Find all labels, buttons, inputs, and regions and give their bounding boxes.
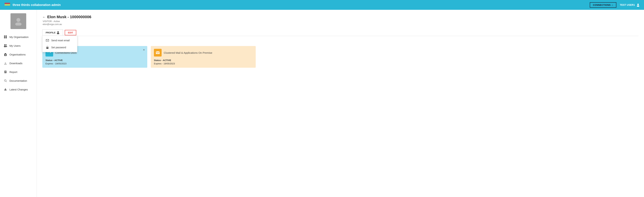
set-password-item[interactable]: Set password bbox=[42, 44, 77, 51]
profile-icon bbox=[56, 31, 60, 34]
topnav-logo: three thirds collaboration admin bbox=[4, 2, 61, 8]
sidebar-item-report[interactable]: Report bbox=[0, 68, 36, 76]
user-label: TEST USER1 bbox=[620, 4, 635, 6]
subscription-card-clustered-mail: Clustered Mail & Applications On Premise… bbox=[151, 46, 256, 68]
topnav-right: CONNECTIONS ⌂ TEST USER1 bbox=[590, 2, 640, 8]
sidebar-item-organisations[interactable]: Organisations bbox=[0, 50, 36, 59]
connections-docs-status: Status - ACTIVE bbox=[46, 59, 144, 62]
svg-point-4 bbox=[637, 6, 639, 7]
tabs-area: PROFILE bbox=[42, 30, 638, 36]
svg-line-25 bbox=[6, 81, 7, 82]
svg-point-6 bbox=[15, 22, 22, 26]
sidebar-avatar bbox=[10, 13, 26, 29]
user-role: VISITOR - Active bbox=[42, 20, 638, 22]
svg-point-28 bbox=[57, 31, 59, 33]
send-reset-email-label: Send reset email bbox=[51, 39, 70, 42]
connections-docs-expires: Expires - 19/05/2023 bbox=[46, 62, 144, 65]
sidebar-item-my-organisation[interactable]: My Organisation bbox=[0, 32, 36, 41]
page-header: ← Elon Musk - 1000000006 VISITOR - Activ… bbox=[42, 15, 638, 26]
back-arrow[interactable]: ← bbox=[42, 15, 46, 19]
home-icon: ⌂ bbox=[612, 4, 613, 6]
sidebar-item-downloads[interactable]: Downloads bbox=[0, 59, 36, 68]
svg-rect-17 bbox=[5, 54, 6, 55]
building-icon bbox=[4, 52, 7, 56]
sidebar-nav: My Organisation My Users bbox=[0, 32, 36, 94]
svg-rect-0 bbox=[4, 3, 10, 4]
sidebar-item-report-label: Report bbox=[10, 70, 17, 74]
svg-point-11 bbox=[4, 44, 6, 46]
logo-icon bbox=[4, 2, 10, 8]
user-avatar-icon bbox=[636, 3, 640, 7]
grid-icon bbox=[4, 35, 7, 39]
svg-point-13 bbox=[6, 44, 7, 46]
documentation-icon bbox=[4, 79, 7, 82]
svg-rect-31 bbox=[46, 47, 48, 49]
report-icon bbox=[4, 70, 7, 74]
dropdown-menu: Send reset email Set password bbox=[42, 36, 77, 52]
connections-button[interactable]: CONNECTIONS ⌂ bbox=[590, 2, 616, 8]
people-icon bbox=[4, 44, 7, 48]
svg-rect-10 bbox=[6, 37, 7, 38]
layout: My Organisation My Users bbox=[0, 10, 644, 197]
sidebar-item-documentation[interactable]: Documentation bbox=[0, 76, 36, 85]
svg-rect-7 bbox=[4, 36, 5, 37]
sidebar-item-my-organisation-label: My Organisation bbox=[10, 36, 28, 38]
user-info: TEST USER1 bbox=[620, 3, 640, 7]
profile-tab[interactable]: PROFILE bbox=[42, 30, 63, 36]
subscription-card-header-2: Clustered Mail & Applications On Premise bbox=[154, 49, 252, 56]
svg-rect-9 bbox=[4, 37, 5, 38]
connections-label: CONNECTIONS bbox=[593, 4, 611, 6]
svg-rect-22 bbox=[5, 72, 6, 72]
svg-rect-26 bbox=[5, 89, 6, 90]
close-subscription-button[interactable]: × bbox=[143, 48, 145, 52]
sidebar-item-latest-changes-label: Latest Changes bbox=[10, 88, 28, 91]
clustered-mail-status: Status - ACTIVE bbox=[154, 59, 252, 62]
sidebar-item-documentation-label: Documentation bbox=[10, 79, 27, 82]
svg-rect-32 bbox=[156, 51, 160, 54]
user-email: elon@orga.com.au bbox=[42, 23, 638, 26]
subscriptions-section-label: Subscriptions bbox=[42, 40, 638, 43]
topnav: three thirds collaboration admin CONNECT… bbox=[0, 0, 644, 10]
sidebar-item-my-users-label: My Users bbox=[10, 44, 20, 47]
svg-point-24 bbox=[4, 80, 6, 81]
sidebar-item-downloads-label: Downloads bbox=[10, 62, 22, 65]
subscriptions-grid: Connections Docs × Status - ACTIVE Expir… bbox=[42, 46, 638, 68]
profile-tab-label: PROFILE bbox=[46, 31, 56, 34]
edit-label: EDIT bbox=[68, 31, 73, 34]
svg-point-29 bbox=[57, 33, 59, 34]
svg-rect-8 bbox=[6, 36, 7, 37]
page-title: Elon Musk - 1000000006 bbox=[47, 15, 91, 19]
back-nav: ← Elon Musk - 1000000006 bbox=[42, 15, 638, 19]
set-password-label: Set password bbox=[51, 46, 66, 49]
svg-rect-2 bbox=[4, 6, 10, 7]
svg-rect-19 bbox=[4, 64, 7, 64]
send-reset-email-item[interactable]: Send reset email bbox=[42, 37, 77, 44]
sidebar: My Organisation My Users bbox=[0, 10, 37, 197]
svg-rect-16 bbox=[5, 53, 6, 54]
profile-tab-wrapper: PROFILE bbox=[42, 30, 63, 36]
svg-rect-1 bbox=[4, 4, 10, 6]
clustered-mail-title: Clustered Mail & Applications On Premise bbox=[164, 51, 212, 54]
svg-rect-30 bbox=[46, 39, 49, 42]
edit-button[interactable]: EDIT bbox=[65, 30, 76, 35]
app-title: three thirds collaboration admin bbox=[12, 3, 61, 7]
alert-icon bbox=[4, 88, 7, 91]
sidebar-item-my-users[interactable]: My Users bbox=[0, 41, 36, 50]
svg-rect-18 bbox=[6, 54, 6, 55]
download-icon bbox=[4, 61, 7, 65]
svg-point-5 bbox=[16, 18, 20, 22]
svg-rect-23 bbox=[5, 72, 6, 72]
svg-point-3 bbox=[637, 4, 639, 5]
avatar-icon bbox=[14, 17, 23, 26]
clustered-mail-expires: Expires - 19/05/2023 bbox=[154, 62, 252, 65]
svg-point-14 bbox=[6, 46, 7, 47]
svg-rect-21 bbox=[5, 71, 6, 72]
main-content: ← Elon Musk - 1000000006 VISITOR - Activ… bbox=[37, 10, 644, 197]
svg-rect-27 bbox=[5, 90, 6, 90]
email-icon bbox=[46, 39, 49, 42]
sidebar-item-latest-changes[interactable]: Latest Changes bbox=[0, 85, 36, 94]
clustered-mail-icon bbox=[154, 49, 162, 56]
sidebar-item-organisations-label: Organisations bbox=[10, 53, 26, 56]
lock-icon bbox=[46, 46, 49, 49]
